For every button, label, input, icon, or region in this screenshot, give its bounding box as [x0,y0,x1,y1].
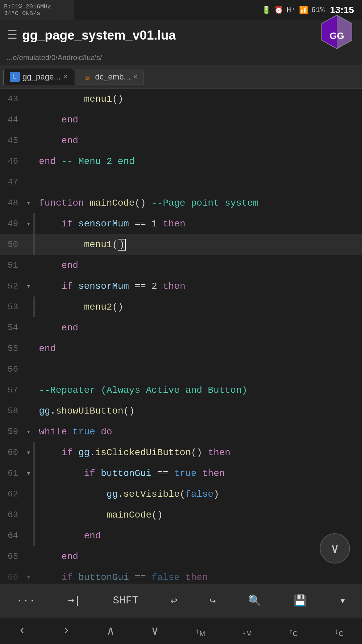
fold-bar-51 [34,255,36,276]
code-content-64: end [36,529,362,543]
code-content-65: end [36,549,362,564]
code-content-52: if sensorMum == 2 then [36,279,362,293]
toolbar-save-btn[interactable]: 💾 [290,591,310,611]
code-content-54: end [36,321,362,335]
nav-move-up-method-btn[interactable]: ↑M [189,621,212,641]
nav-up-btn[interactable]: ∧ [100,620,121,642]
line-number-53: 53 [0,302,23,312]
fold-bar-64 [34,525,36,546]
file-path: ...e/emulated/0/Android/lua's/ [7,53,102,62]
java-icon: ☕ [82,72,93,82]
line-number-63: 63 [0,510,23,520]
lua-icon: L [10,72,20,82]
code-line-64: 64 end [0,525,362,546]
code-area[interactable]: 43 menu1() 44 end 45 end 46 end -- Menu … [0,89,362,644]
line-number-47: 47 [0,177,23,187]
code-content-66: if buttonGui == false then [36,570,362,585]
fold-arrow-61[interactable]: ▾ [23,469,34,478]
line-number-66: 66 [0,572,23,582]
hamburger-menu[interactable]: ☰ [7,28,17,43]
code-line-51: 51 end [0,255,362,276]
line-number-62: 62 [0,489,23,499]
code-content-53: menu2() [36,300,362,314]
code-content-50: menu1() [36,237,362,253]
code-line-49: 49 ▾ if sensorMum == 1 then [0,213,362,234]
tab-label-1: gg_page... [22,72,60,82]
tab-gg-page[interactable]: L gg_page... ✕ [3,69,74,85]
nav-move-up-class-btn[interactable]: ↑C [282,621,304,641]
toolbar-redo-btn[interactable]: ↪ [206,591,219,611]
code-content-43: menu1() [36,92,362,106]
down-icon: ∨ [151,625,159,638]
line-number-65: 65 [0,551,23,561]
subtitle-bar: ...e/emulated/0/Android/lua's/ [0,50,362,65]
down-method-icon: ↓M [242,627,252,636]
code-line-52: 52 ▾ if sensorMum == 2 then [0,276,362,297]
code-content-55: end [36,341,362,356]
code-content-59: while true do [36,425,362,439]
code-content-46: end -- Menu 2 end [36,154,362,169]
nav-down-btn[interactable]: ∨ [144,620,165,642]
code-line-47: 47 [0,172,362,193]
fold-arrow-60[interactable]: ▾ [23,448,34,457]
toolbar-more-btn[interactable]: ··· [13,591,39,610]
code-content-58: gg.showUiButton() [36,404,362,418]
line-number-56: 56 [0,364,23,374]
nav-bar: ‹ › ∧ ∨ ↑M ↓M ↑C ↓C [0,617,362,644]
search-icon: 🔍 [248,594,261,607]
title-bar: ☰ gg_page_system_v01.lua ✏️ ⋮ GG [0,20,362,50]
forward-icon: › [63,624,70,638]
file-title: gg_page_system_v01.lua [22,28,326,43]
toolbar-search-btn[interactable]: 🔍 [245,591,265,611]
tab-close-2[interactable]: ✕ [133,72,137,81]
fold-bar-55 [34,338,36,359]
back-icon: ‹ [18,624,26,638]
code-line-60: 60 ▾ if gg.isClickedUiButton() then [0,442,362,463]
fold-arrow-48[interactable]: ▾ [23,199,34,208]
line-number-57: 57 [0,385,23,395]
code-line-45: 45 end [0,130,362,151]
more-icon: ··· [16,594,36,607]
code-line-46: 46 end -- Menu 2 end [0,151,362,172]
code-content-48: function mainCode() --Page point system [36,196,362,210]
toolbar-tab-btn[interactable]: →| [64,591,84,610]
tab-close-1[interactable]: ✕ [63,72,67,81]
down-class-icon: ↓C [335,627,343,636]
line-number-64: 64 [0,531,23,541]
svg-text:GG: GG [329,31,344,41]
fold-bar-59 [34,421,36,442]
dropdown-icon: ▾ [340,594,346,607]
up-class-icon: ↑C [289,627,297,636]
nav-move-down-class-btn[interactable]: ↓C [328,621,350,641]
code-content-61: if buttonGui == true then [36,466,362,481]
line-number-54: 54 [0,323,23,333]
status-bar-left: B:61% 2016MHz 34°C 0kB/s [0,0,74,20]
nav-back-btn[interactable]: ‹ [12,621,33,641]
code-line-63: 63 mainCode() [0,504,362,525]
line-number-55: 55 [0,343,23,354]
shift-label: SHFT [113,594,138,607]
toolbar-shift-btn[interactable]: SHFT [109,591,142,610]
nav-move-down-method-btn[interactable]: ↓M [235,621,258,641]
fold-bar-53 [34,297,36,317]
fold-bar-48 [34,193,36,213]
line-number-59: 59 [0,427,23,437]
scroll-down-fab[interactable]: ∨ [320,533,350,564]
code-content-56 [36,362,362,377]
fold-bar-44 [34,109,36,130]
save-icon: 💾 [294,594,307,607]
fold-arrow-59[interactable]: ▾ [23,427,34,436]
toolbar-dropdown-btn[interactable]: ▾ [336,591,349,611]
toolbar-undo-btn[interactable]: ↩ [167,591,180,611]
nav-forward-btn[interactable]: › [56,621,77,641]
network-icon: H⁺ [287,6,295,15]
tab-dc-emb[interactable]: ☕ dc_emb... ✕ [76,69,144,85]
code-content-60: if gg.isClickedUiButton() then [36,445,362,460]
code-line-48: 48 ▾ function mainCode() --Page point sy… [0,193,362,213]
redo-icon: ↪ [209,594,216,607]
line-number-49: 49 [0,219,23,229]
temp-info: 34°C 0kB/s [4,10,70,17]
fold-arrow-66[interactable]: ▾ [23,573,34,582]
fold-arrow-49[interactable]: ▾ [23,219,34,228]
fold-arrow-52[interactable]: ▾ [23,282,34,291]
